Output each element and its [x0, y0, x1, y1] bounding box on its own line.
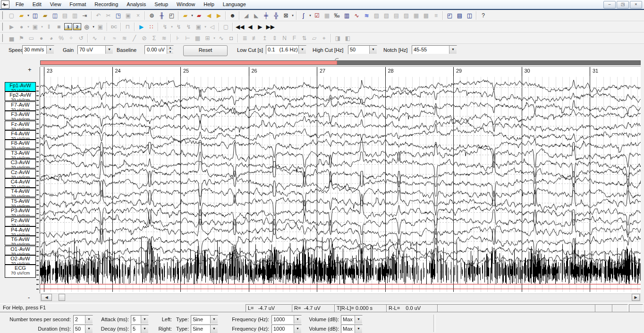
chevron-down-icon[interactable]: ▼	[105, 46, 113, 54]
right-volume-db-combobox[interactable]: Max▼	[341, 325, 363, 333]
save-copy-icon[interactable]: ◫	[51, 11, 59, 20]
next-exam-icon[interactable]: ▶	[214, 11, 223, 20]
channel-scale-plus-button[interactable]: +	[28, 66, 32, 73]
channel-label-fz-avw[interactable]: Fz-AvW70 uV/cm	[5, 121, 36, 130]
impedance-check-icon[interactable]: ∷	[147, 23, 156, 31]
highcut-combobox[interactable]: 50▼	[348, 45, 377, 54]
page-back-icon[interactable]: ◀	[246, 23, 254, 31]
menu-item-format[interactable]: Format	[65, 0, 90, 9]
channel-label-t5-avw[interactable]: T5-AvW70 uV/cm	[5, 198, 36, 207]
progress-position-marker[interactable]	[334, 57, 339, 62]
open-folder-icon[interactable]: ▰	[41, 11, 50, 20]
decay-ms-combobox[interactable]: 5▼	[131, 325, 149, 333]
report-bar-chart-icon[interactable]: ▥	[342, 11, 351, 20]
chevron-down-icon[interactable]: ▼	[46, 46, 54, 54]
histogram-analysis-dropdown[interactable]: ▾	[308, 14, 312, 17]
scroll-left-button[interactable]: ◀	[41, 294, 52, 301]
monitor-screen-1-icon[interactable]: 1	[64, 23, 72, 30]
spin-up-icon[interactable]: ▲	[167, 46, 173, 50]
chevron-down-icon[interactable]: ▼	[449, 46, 457, 54]
spin-down-icon[interactable]: ▼	[167, 50, 173, 54]
channel-label-p4-avw[interactable]: P4-AvW70 uV/cm	[5, 226, 36, 236]
menu-item-analysis[interactable]: Analysis	[122, 0, 150, 9]
chevron-down-icon[interactable]: ▼	[210, 325, 218, 333]
left-tone-type-combobox[interactable]: Sine▼	[191, 315, 218, 324]
notch-combobox[interactable]: 45-55▼	[412, 45, 457, 54]
baseline-spinner[interactable]: 0.00 uV ▲▼	[144, 45, 174, 54]
open-file-icon[interactable]: ▰	[17, 11, 26, 20]
previous-exam-icon[interactable]: ◀	[204, 11, 213, 20]
start-review-icon[interactable]: ▶	[137, 23, 146, 31]
menu-item-recording[interactable]: Recording	[90, 0, 122, 9]
chevron-down-icon[interactable]: ▼	[369, 46, 377, 54]
eeg-waveform-display[interactable]	[40, 66, 641, 294]
chevron-down-icon[interactable]: ▼	[294, 325, 301, 333]
channel-label-f7-avw[interactable]: F7-AvW70 uV/cm	[5, 101, 36, 111]
split-compare-icon[interactable]: ╫	[157, 11, 166, 20]
recording-progress-bar[interactable]	[40, 60, 641, 65]
report-percent-icon[interactable]: ‰	[332, 11, 341, 20]
chevron-down-icon[interactable]: ▼	[355, 316, 362, 324]
chevron-down-icon[interactable]: ▼	[141, 325, 148, 333]
find-icon[interactable]: ⊚	[147, 11, 156, 20]
confirm-folder-dropdown[interactable]: ▾	[190, 14, 194, 17]
compress-time-icon[interactable]: ╪	[262, 11, 271, 20]
channel-label-t6-avw[interactable]: T6-AvW70 uV/cm	[5, 236, 36, 245]
save-icon[interactable]: ◫	[31, 11, 40, 20]
reject-marks-dropdown[interactable]: ▾	[291, 14, 295, 17]
channel-label-c3-avw[interactable]: C3-AvW70 uV/cm	[5, 159, 36, 168]
channel-label-pz-avw[interactable]: Pz-AvW70 uV/cm	[5, 217, 36, 226]
chevron-down-icon[interactable]: ▼	[85, 325, 93, 333]
ramp-down-icon[interactable]: ◢	[242, 11, 251, 20]
chevron-down-icon[interactable]: ▼	[298, 46, 306, 54]
channel-label-fp2-avw[interactable]: Fp2-AvW70 uV/cm	[5, 92, 36, 101]
menu-item-edit[interactable]: Edit	[28, 0, 46, 9]
channel-label-o2-avw[interactable]: O2-AvW70 uV/cm	[5, 255, 36, 265]
zoom-tool-icon[interactable]: ◎	[82, 23, 91, 31]
channel-label-fp1-avw[interactable]: Fp1-AvW70 uV/cm	[5, 82, 36, 92]
horizontal-scrollbar[interactable]: ◀ ▶	[40, 293, 641, 301]
restore-button[interactable]: ◳	[617, 1, 629, 8]
chevron-down-icon[interactable]: ▼	[85, 316, 93, 324]
zoom-tool-dropdown[interactable]: ▾	[92, 25, 95, 29]
menu-item-view[interactable]: View	[46, 0, 66, 9]
chevron-down-icon[interactable]: ▼	[141, 316, 148, 324]
report-trend-icon[interactable]: ∿	[352, 11, 361, 20]
channel-label-c4-avw[interactable]: C4-AvW70 uV/cm	[5, 178, 36, 188]
channel-label-f3-avw[interactable]: F3-AvW70 uV/cm	[5, 111, 36, 120]
chevron-down-icon[interactable]: ▼	[210, 316, 218, 324]
cascade-windows-icon[interactable]: ◰	[445, 11, 454, 20]
menu-item-setup[interactable]: Setup	[150, 0, 172, 9]
monitor-screen-2-icon[interactable]: 2	[73, 23, 81, 30]
channel-label-o1-avw[interactable]: O1-AvW70 uV/cm	[5, 246, 36, 255]
right-tone-type-combobox[interactable]: Sine▼	[191, 325, 218, 333]
context-help-icon[interactable]: ?	[479, 11, 488, 20]
channel-label-t4-avw[interactable]: T4-AvW70 uV/cm	[5, 188, 36, 197]
channel-label-f8-avw[interactable]: F8-AvW70 uV/cm	[5, 140, 36, 149]
page-forward-icon[interactable]: ▶	[255, 23, 264, 31]
ramp-up-icon[interactable]: ◣	[252, 11, 261, 20]
histogram-analysis-icon[interactable]: ʃ	[299, 11, 308, 20]
channel-label-p3-avw[interactable]: P3-AvW70 uV/cm	[5, 207, 36, 216]
tile-horizontal-icon[interactable]: ▤	[455, 11, 464, 20]
scroll-right-button[interactable]: ▶	[632, 294, 640, 301]
lowcut-combobox[interactable]: 0.1 (1.6 Hz)▼	[266, 45, 306, 54]
attack-ms-combobox[interactable]: 5▼	[131, 315, 149, 324]
menu-item-help[interactable]: Help	[199, 0, 219, 9]
menu-item-window[interactable]: Window	[172, 0, 199, 9]
right-frequency-hz-combobox[interactable]: 1000▼	[271, 325, 302, 333]
duration-ms-combobox[interactable]: 50▼	[73, 325, 93, 333]
confirm-folder-icon[interactable]: ▰	[181, 11, 190, 20]
gain-combobox[interactable]: 70 uV▼	[77, 45, 113, 54]
report-wave-map-icon[interactable]: ≋	[362, 11, 371, 20]
left-frequency-hz-combobox[interactable]: 1000▼	[271, 315, 302, 324]
left-volume-db-combobox[interactable]: Max▼	[341, 315, 363, 324]
speed-combobox[interactable]: 30 mm/s▼	[22, 45, 54, 54]
jump-to-start-icon[interactable]: ◀◀	[235, 23, 245, 31]
channel-label-t3-avw[interactable]: T3-AvW70 uV/cm	[5, 150, 36, 159]
tile-vertical-icon[interactable]: ◫	[465, 11, 474, 20]
close-button[interactable]: ×	[630, 1, 642, 8]
channel-label-ecg[interactable]: ECG70 uV/cm	[5, 265, 36, 278]
channel-label-cz-avw[interactable]: Cz-AvW70 uV/cm	[5, 169, 36, 178]
chevron-down-icon[interactable]: ▼	[294, 316, 301, 324]
